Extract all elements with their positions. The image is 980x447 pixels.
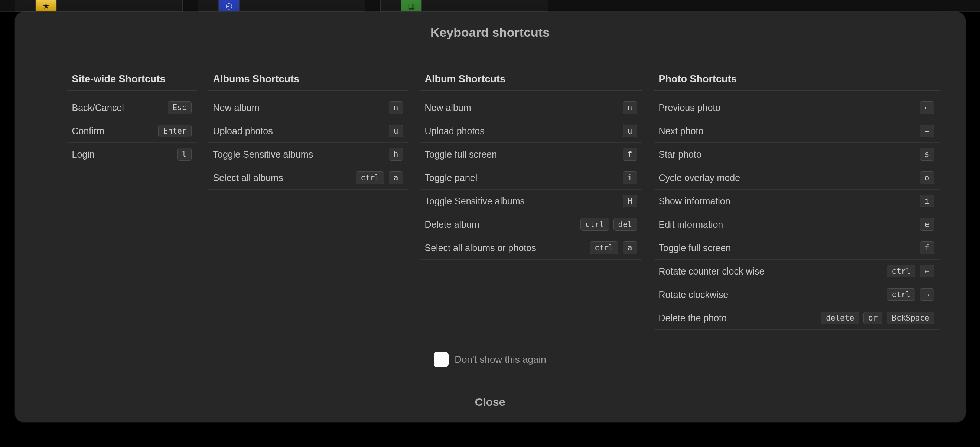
shortcut-row: Cycle overlay modeo [654,166,940,190]
shortcut-row: Rotate counter clock wisectrl← [654,260,940,283]
shortcut-action: Next photo [659,126,704,136]
key-badge: delete [821,312,859,324]
key-badge: l [177,148,192,161]
key-badge: ← [920,101,934,114]
shortcut-column: Photo ShortcutsPrevious photo←Next photo… [654,73,940,330]
shortcut-keys: ctrla [590,241,637,254]
key-badge: ctrl [590,241,618,254]
key-badge: ctrl [581,218,609,231]
shortcut-keys: ctrl→ [887,288,934,301]
shortcut-keys: f [623,148,637,161]
key-badge: e [920,218,934,231]
shortcut-row: Select all albumsctrla [208,166,409,190]
shortcut-keys: o [920,171,934,184]
shortcut-action: Toggle panel [425,173,477,183]
key-badge: n [389,101,403,114]
shortcut-keys: u [623,125,637,137]
column-title: Photo Shortcuts [654,73,940,91]
shortcut-row: Delete the photodeleteorBckSpace [654,306,940,330]
shortcut-keys: l [177,148,192,161]
key-badge: ctrl [356,171,384,184]
key-badge: f [920,241,934,254]
shortcut-action: Select all albums or photos [425,243,536,254]
key-badge: del [614,218,637,231]
shortcut-row: Toggle Sensitive albumsh [208,143,409,166]
shortcut-keys: deleteorBckSpace [821,312,934,324]
shortcut-action: Rotate clockwise [659,289,729,300]
column-title: Album Shortcuts [420,73,643,91]
shortcut-action: Delete album [425,219,479,230]
shortcut-action: New album [425,102,471,113]
key-badge: o [920,171,934,184]
shortcut-action: Upload photos [425,126,485,136]
shortcut-action: Back/Cancel [72,102,124,113]
shortcut-action: Upload photos [213,126,273,136]
key-badge: ctrl [887,265,915,277]
shortcut-keys: → [920,125,934,137]
key-badge: a [623,241,637,254]
shortcut-row: Toggle paneli [420,166,643,190]
key-badge: H [623,195,637,208]
key-badge: s [920,148,934,161]
shortcut-action: Toggle Sensitive albums [213,149,313,160]
shortcut-action: Previous photo [659,102,721,113]
shortcut-row: Upload photosu [420,119,643,143]
key-badge: or [863,312,882,324]
dont-show-again-label: Don't show this again [455,354,546,365]
modal-title: Keyboard shortcuts [15,25,966,40]
column-title: Site-wide Shortcuts [67,73,197,91]
close-button[interactable]: Close [473,395,508,409]
shortcut-keys: Esc [168,101,192,114]
keyboard-shortcuts-modal: Keyboard shortcuts Site-wide ShortcutsBa… [15,12,966,422]
shortcut-action: Toggle Sensitive albums [425,196,525,207]
shortcut-action: Delete the photo [659,313,727,323]
shortcut-column: Albums ShortcutsNew albumnUpload photosu… [208,73,409,330]
shortcut-row: Edit informatione [654,213,940,236]
shortcut-keys: i [623,171,637,184]
shortcut-keys: h [389,148,403,161]
shortcut-action: Toggle full screen [659,243,731,254]
key-badge: Esc [168,101,192,114]
shortcut-action: Confirm [72,126,105,136]
shortcut-row: Back/CancelEsc [67,96,197,119]
shortcut-row: New albumn [420,96,643,119]
shortcut-row: Next photo→ [654,119,940,143]
dont-show-again-checkbox[interactable] [434,352,449,367]
key-badge: f [623,148,637,161]
shortcut-row: Toggle full screenf [654,236,940,260]
shortcut-keys: n [389,101,403,114]
shortcut-action: Select all albums [213,173,283,183]
shortcut-keys: ctrl← [887,265,934,277]
key-badge: i [623,171,637,184]
shortcut-row: Upload photosu [208,119,409,143]
shortcut-row: Rotate clockwisectrl→ [654,283,940,306]
shortcut-row: Previous photo← [654,96,940,119]
shortcut-row: Select all albums or photosctrla [420,236,643,260]
key-badge: a [389,171,403,184]
key-badge: BckSpace [887,312,934,324]
key-badge: → [920,288,934,301]
shortcut-keys: s [920,148,934,161]
shortcut-keys: ctrldel [581,218,637,231]
shortcut-action: Show information [659,196,730,207]
shortcut-row: Toggle full screenf [420,143,643,166]
shortcut-keys: Enter [158,125,191,137]
shortcut-keys: f [920,241,934,254]
shortcut-row: Show informationi [654,190,940,213]
modal-overlay: Keyboard shortcuts Site-wide ShortcutsBa… [0,0,980,447]
shortcut-row: New albumn [208,96,409,119]
shortcut-action: Star photo [659,149,702,160]
shortcut-keys: u [389,125,403,137]
key-badge: ctrl [887,288,915,301]
key-badge: → [920,125,934,137]
shortcut-action: Toggle full screen [425,149,497,160]
key-badge: Enter [158,125,191,137]
shortcut-keys: H [623,195,637,208]
shortcut-keys: ← [920,101,934,114]
key-badge: h [389,148,403,161]
shortcut-keys: n [623,101,637,114]
shortcut-action: Cycle overlay mode [659,173,740,183]
shortcut-keys: i [920,195,934,208]
shortcut-row: Star photos [654,143,940,166]
key-badge: ← [920,265,934,277]
